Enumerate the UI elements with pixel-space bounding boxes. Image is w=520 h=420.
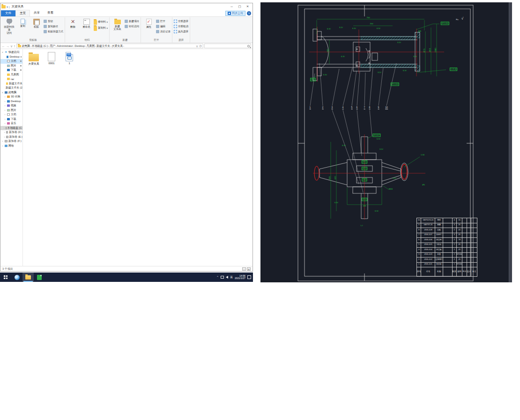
sidebar-item-rar[interactable]: rar bbox=[0, 77, 22, 81]
sidebar-item-新加卷 (D:)[interactable]: ›新加卷 (D:) bbox=[0, 130, 22, 135]
network-icon[interactable] bbox=[221, 276, 224, 279]
sidebar-item-图片[interactable]: ›图片 bbox=[0, 108, 22, 113]
breadcrumb-separator-icon[interactable]: › bbox=[48, 44, 49, 47]
taskbar-browser-button[interactable] bbox=[11, 273, 22, 282]
search-input[interactable] bbox=[205, 44, 247, 48]
help-icon[interactable]: ? bbox=[247, 11, 251, 15]
ribbon-button[interactable]: ✕删除 bbox=[67, 18, 79, 28]
sidebar-item-文档[interactable]: 文档 bbox=[0, 59, 22, 64]
breadcrumb-segment[interactable]: 凡美图 bbox=[87, 44, 95, 48]
close-button[interactable]: ✕ bbox=[244, 4, 252, 10]
breadcrumb-segment[interactable]: Desktop bbox=[75, 44, 85, 47]
sidebar-item-3D 对象[interactable]: ›3D 对象 bbox=[0, 95, 22, 99]
breadcrumb-separator-icon[interactable]: › bbox=[95, 44, 96, 47]
breadcrumb-separator-icon[interactable]: › bbox=[123, 44, 124, 47]
sidebar-section-快速访问[interactable]: ∨★快速访问 bbox=[0, 50, 22, 55]
search-icon[interactable] bbox=[247, 45, 250, 47]
minimize-button[interactable]: ─ bbox=[228, 4, 236, 10]
explorer-window: ▾ | 大梁夹具 ─ ▢ ✕ 文件 主页共享查看 同步上传 ? 固定到快速 访问… bbox=[0, 3, 253, 272]
ime-indicator[interactable]: 英 bbox=[230, 276, 233, 279]
ribbon-group-0: 固定到快速 访问复制粘贴剪切复制路径粘贴快捷方式剪贴板 bbox=[1, 17, 65, 43]
ribbon-button[interactable]: 复制路径 bbox=[44, 24, 63, 29]
breadcrumb-segment[interactable]: 新建文件夹 bbox=[97, 44, 110, 48]
ribbon-button[interactable]: 新建 文件夹 bbox=[111, 18, 124, 31]
sidebar-item-新建文件夹[interactable]: 新建文件夹 bbox=[0, 81, 22, 86]
ribbon-button[interactable]: 编辑 bbox=[156, 24, 171, 29]
maximize-button[interactable]: ▢ bbox=[236, 4, 244, 10]
sidebar-item-视频[interactable]: ›视频 bbox=[0, 103, 22, 108]
tray-expand-icon[interactable]: ⌃ bbox=[216, 276, 219, 279]
sidebar-item-本地磁盘 (C:)[interactable]: ›本地磁盘 (C:) bbox=[0, 126, 22, 131]
sidebar-item-Desktop[interactable]: Desktop bbox=[0, 55, 22, 59]
file-item-大梁夹具[interactable]: 大梁夹具 bbox=[26, 52, 42, 66]
ribbon-button[interactable]: 粘贴 bbox=[30, 18, 43, 28]
breadcrumb[interactable]: 此电脑›本地磁盘 (C:)›用户›Administrator›Desktop›凡… bbox=[16, 44, 203, 48]
volume-icon[interactable] bbox=[226, 276, 228, 279]
ribbon-button[interactable]: 粘贴快捷方式 bbox=[44, 29, 63, 34]
ribbon-button[interactable]: 全部取消 bbox=[174, 24, 188, 29]
clock[interactable]: 14:56 2021/1/27 bbox=[235, 275, 245, 280]
ribbon-button[interactable]: 打开 bbox=[156, 19, 171, 23]
quick-access-toolbar[interactable]: ▾ | bbox=[1, 5, 10, 8]
back-icon[interactable]: ← bbox=[2, 44, 5, 48]
ribbon-button[interactable]: 新建项目 bbox=[125, 19, 139, 23]
sidebar-item-音乐[interactable]: ›音乐 bbox=[0, 121, 22, 126]
sidebar-item-新建文件夹 (2)[interactable]: 新建文件夹 (2) bbox=[0, 86, 22, 90]
sidebar-item-下载[interactable]: 下载 bbox=[0, 68, 22, 73]
address-dropdown-icon[interactable]: ∨ bbox=[196, 44, 198, 48]
sidebar-item-Desktop[interactable]: ›Desktop bbox=[0, 99, 22, 104]
sidebar-item-新加卷 (F:)[interactable]: ›新加卷 (F:) bbox=[0, 139, 22, 144]
chevron-right-icon: › bbox=[4, 127, 5, 129]
search-box[interactable] bbox=[204, 44, 251, 48]
sidebar-item-文档[interactable]: ›文档 bbox=[0, 112, 22, 117]
sidebar-section-此电脑[interactable]: ∨此电脑 bbox=[0, 90, 22, 95]
chevron-down-icon: ▾ bbox=[107, 21, 108, 23]
breadcrumb-segment[interactable]: Administrator bbox=[57, 44, 73, 47]
refresh-icon[interactable]: ⟳ bbox=[199, 44, 202, 48]
ribbon-button[interactable]: 全部选择 bbox=[174, 19, 188, 23]
tab-file[interactable]: 文件 bbox=[1, 10, 15, 16]
sidebar-item-网络[interactable]: ›网络 bbox=[0, 144, 22, 148]
ribbon-button[interactable]: 固定到快速 访问 bbox=[3, 18, 15, 34]
up-icon[interactable]: ↑ bbox=[14, 44, 15, 48]
file-item-0001[interactable]: 0001 bbox=[44, 52, 59, 65]
tab-共享[interactable]: 共享 bbox=[30, 10, 44, 16]
ribbon-button[interactable]: 反向选择 bbox=[174, 29, 188, 34]
tab-查看[interactable]: 查看 bbox=[44, 10, 57, 16]
tab-主页[interactable]: 主页 bbox=[15, 10, 30, 16]
breadcrumb-segment[interactable]: 本地磁盘 (C:) bbox=[32, 44, 48, 48]
ribbon-button[interactable]: 移动到▾ bbox=[94, 19, 108, 24]
ribbon-button[interactable]: 重命名 bbox=[80, 18, 93, 28]
cad-scrollbar[interactable] bbox=[509, 2, 512, 282]
taskbar-explorer-button[interactable] bbox=[22, 273, 34, 282]
sidebar-item-下载[interactable]: ›下载 bbox=[0, 117, 22, 122]
cloud-sync-button[interactable]: 同步上传 bbox=[225, 11, 245, 16]
ribbon-button[interactable]: ✓属性 bbox=[142, 18, 155, 28]
details-view-icon[interactable]: ≡ bbox=[242, 267, 246, 271]
file-item-1[interactable]: DWG1 bbox=[61, 52, 77, 65]
breadcrumb-separator-icon[interactable]: › bbox=[111, 44, 111, 47]
sidebar-item-凡美图[interactable]: 凡美图 bbox=[0, 73, 22, 77]
breadcrumb-separator-icon[interactable]: › bbox=[74, 44, 74, 47]
ribbon-button[interactable]: 历史记录 bbox=[156, 29, 171, 34]
ribbon-button[interactable]: 剪切 bbox=[44, 19, 63, 23]
ribbon-button[interactable]: 复制 bbox=[16, 18, 29, 27]
start-button[interactable] bbox=[0, 273, 11, 282]
breadcrumb-separator-icon[interactable]: › bbox=[30, 44, 31, 47]
breadcrumb-segment[interactable]: 大梁夹具 bbox=[112, 44, 123, 48]
breadcrumb-separator-icon[interactable]: › bbox=[85, 44, 86, 47]
qat-customize-icon[interactable]: ▾ bbox=[7, 6, 8, 8]
breadcrumb-separator-icon[interactable]: › bbox=[56, 44, 57, 47]
taskbar-green-app-button[interactable] bbox=[34, 273, 45, 282]
recent-locations-icon[interactable]: ∨ bbox=[10, 44, 13, 48]
ribbon-button[interactable]: 复制到▾ bbox=[94, 25, 108, 30]
ribbon-button[interactable]: 轻松访问 bbox=[125, 24, 139, 29]
sidebar-item-图片[interactable]: 图片 bbox=[0, 64, 22, 68]
breadcrumb-segment[interactable]: 此电脑 bbox=[22, 44, 30, 48]
forward-icon[interactable]: → bbox=[6, 44, 9, 48]
breadcrumb-segment[interactable]: 用户 bbox=[50, 44, 55, 48]
sidebar-item-新加卷 (E:)[interactable]: ›新加卷 (E:) bbox=[0, 135, 22, 140]
thumbnail-view-icon[interactable]: ▦ bbox=[247, 267, 251, 271]
edit-icon bbox=[156, 25, 159, 28]
action-center-icon[interactable] bbox=[247, 275, 251, 279]
